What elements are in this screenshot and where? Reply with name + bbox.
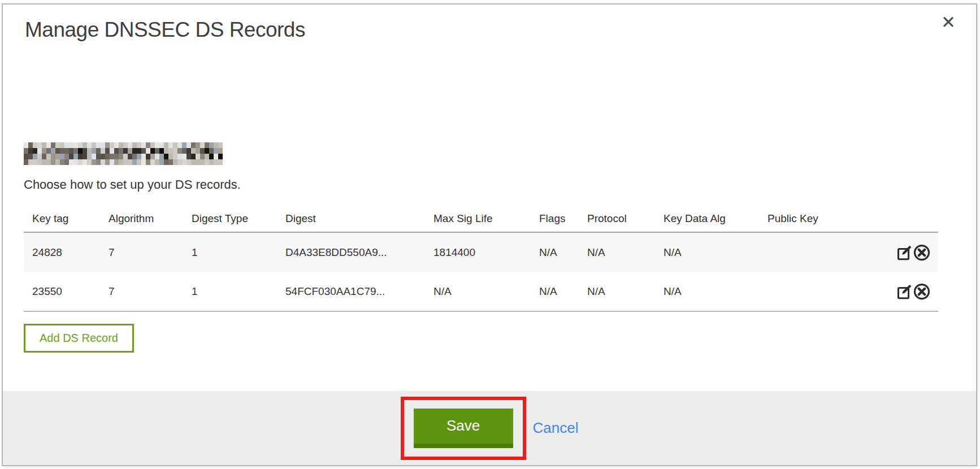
cell-public-key — [759, 272, 884, 311]
cell-max-sig-life: N/A — [425, 272, 531, 311]
delete-icon[interactable] — [913, 283, 930, 300]
redacted-domain-name — [24, 142, 223, 165]
manage-dnssec-dialog: Manage DNSSEC DS Records ✕ Choose how to… — [2, 3, 977, 466]
cell-algorithm: 7 — [100, 232, 183, 272]
save-highlight-annotation: Save — [401, 397, 526, 460]
page-title: Manage DNSSEC DS Records — [25, 18, 305, 42]
cell-algorithm: 7 — [100, 272, 183, 311]
cell-digest-type: 1 — [183, 272, 277, 311]
edit-icon[interactable] — [896, 284, 912, 299]
cell-key-data-alg: N/A — [655, 232, 759, 272]
cell-digest-type: 1 — [183, 232, 277, 272]
cell-key-tag: 23550 — [24, 272, 100, 311]
col-header-key-data-alg: Key Data Alg — [655, 205, 759, 232]
col-header-actions — [884, 205, 938, 232]
cell-flags: N/A — [531, 272, 579, 311]
save-button[interactable]: Save — [414, 409, 513, 448]
row-actions — [884, 232, 938, 272]
cell-protocol: N/A — [579, 232, 655, 272]
cell-key-data-alg: N/A — [655, 272, 759, 311]
col-header-key-tag: Key tag — [24, 205, 100, 232]
col-header-flags: Flags — [531, 205, 579, 232]
ds-records-table: Key tag Algorithm Digest Type Digest Max… — [24, 205, 938, 312]
dialog-footer: Save Cancel — [3, 391, 976, 465]
table-row: 24828 7 1 D4A33E8DD550A9... 1814400 N/A … — [24, 232, 938, 272]
intro-text: Choose how to set up your DS records. — [24, 177, 241, 192]
col-header-algorithm: Algorithm — [100, 205, 183, 232]
cell-key-tag: 24828 — [24, 232, 100, 272]
col-header-digest: Digest — [277, 205, 425, 232]
cell-digest: D4A33E8DD550A9... — [277, 232, 425, 272]
delete-icon[interactable] — [913, 244, 930, 261]
close-icon[interactable]: ✕ — [941, 14, 956, 31]
cell-flags: N/A — [531, 232, 579, 272]
col-header-digest-type: Digest Type — [183, 205, 277, 232]
col-header-public-key: Public Key — [759, 205, 884, 232]
cell-digest: 54FCF030AA1C79... — [277, 272, 425, 311]
cell-protocol: N/A — [579, 272, 655, 311]
col-header-max-sig-life: Max Sig Life — [425, 205, 531, 232]
col-header-protocol: Protocol — [579, 205, 655, 232]
cell-public-key — [759, 232, 884, 272]
row-actions — [884, 272, 938, 311]
table-row: 23550 7 1 54FCF030AA1C79... N/A N/A N/A … — [24, 272, 938, 311]
table-header-row: Key tag Algorithm Digest Type Digest Max… — [24, 205, 938, 232]
cell-max-sig-life: 1814400 — [425, 232, 531, 272]
cancel-link[interactable]: Cancel — [533, 419, 579, 437]
add-ds-record-button[interactable]: Add DS Record — [24, 324, 134, 353]
edit-icon[interactable] — [896, 245, 912, 260]
